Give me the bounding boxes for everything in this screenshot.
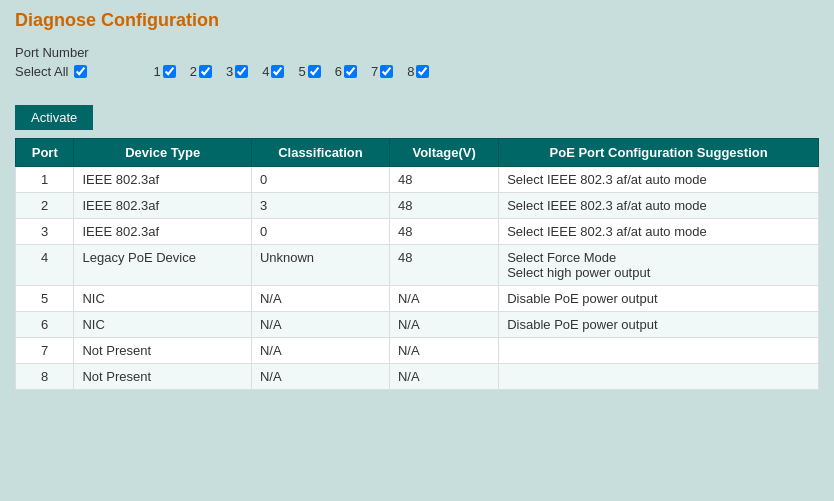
cell-port: 8 [16, 364, 74, 390]
cell-device-type: IEEE 802.3af [74, 193, 251, 219]
port-2-checkbox[interactable] [199, 65, 212, 78]
port-7-checkbox[interactable] [380, 65, 393, 78]
table-row: 5NICN/AN/ADisable PoE power output [16, 286, 819, 312]
cell-port: 1 [16, 167, 74, 193]
table-row: 3IEEE 802.3af048Select IEEE 802.3 af/at … [16, 219, 819, 245]
col-header-suggestion: PoE Port Configuration Suggestion [499, 139, 819, 167]
cell-suggestion [499, 364, 819, 390]
cell-classification: N/A [251, 312, 389, 338]
cell-classification: 0 [251, 167, 389, 193]
cell-voltage: 48 [389, 219, 498, 245]
cell-voltage: 48 [389, 167, 498, 193]
cell-classification: N/A [251, 338, 389, 364]
cell-suggestion: Select Force ModeSelect high power outpu… [499, 245, 819, 286]
port-7-label: 7 [371, 64, 378, 79]
port-1-label: 1 [153, 64, 160, 79]
port-3-item: 3 [226, 64, 248, 79]
cell-voltage: N/A [389, 286, 498, 312]
cell-suggestion: Disable PoE power output [499, 312, 819, 338]
cell-port: 4 [16, 245, 74, 286]
cell-suggestion: Disable PoE power output [499, 286, 819, 312]
table-row: 7Not PresentN/AN/A [16, 338, 819, 364]
table-row: 6NICN/AN/ADisable PoE power output [16, 312, 819, 338]
cell-classification: Unknown [251, 245, 389, 286]
cell-voltage: N/A [389, 312, 498, 338]
port-8-label: 8 [407, 64, 414, 79]
table-row: 4Legacy PoE DeviceUnknown48Select Force … [16, 245, 819, 286]
diagnose-table: Port Device Type Classification Voltage(… [15, 138, 819, 390]
port-6-checkbox[interactable] [344, 65, 357, 78]
port-4-item: 4 [262, 64, 284, 79]
cell-classification: 3 [251, 193, 389, 219]
col-header-voltage: Voltage(V) [389, 139, 498, 167]
port-3-label: 3 [226, 64, 233, 79]
port-1-item: 1 [153, 64, 175, 79]
cell-suggestion: Select IEEE 802.3 af/at auto mode [499, 219, 819, 245]
cell-suggestion: Select IEEE 802.3 af/at auto mode [499, 167, 819, 193]
cell-suggestion [499, 338, 819, 364]
page-title: Diagnose Configuration [15, 10, 819, 31]
cell-device-type: Not Present [74, 338, 251, 364]
cell-classification: N/A [251, 364, 389, 390]
cell-voltage: 48 [389, 245, 498, 286]
port-5-checkbox[interactable] [308, 65, 321, 78]
port-4-label: 4 [262, 64, 269, 79]
port-6-label: 6 [335, 64, 342, 79]
cell-port: 6 [16, 312, 74, 338]
port-2-label: 2 [190, 64, 197, 79]
cell-device-type: IEEE 802.3af [74, 167, 251, 193]
port-number-label: Port Number [15, 45, 819, 60]
port-4-checkbox[interactable] [271, 65, 284, 78]
port-6-item: 6 [335, 64, 357, 79]
cell-classification: N/A [251, 286, 389, 312]
cell-device-type: NIC [74, 312, 251, 338]
cell-classification: 0 [251, 219, 389, 245]
cell-device-type: IEEE 802.3af [74, 219, 251, 245]
port-8-checkbox[interactable] [416, 65, 429, 78]
cell-voltage: N/A [389, 338, 498, 364]
col-header-classification: Classification [251, 139, 389, 167]
port-7-item: 7 [371, 64, 393, 79]
cell-port: 5 [16, 286, 74, 312]
col-header-device-type: Device Type [74, 139, 251, 167]
port-1-checkbox[interactable] [163, 65, 176, 78]
port-2-item: 2 [190, 64, 212, 79]
cell-device-type: Not Present [74, 364, 251, 390]
cell-voltage: 48 [389, 193, 498, 219]
select-all-checkbox[interactable] [74, 65, 87, 78]
port-5-label: 5 [298, 64, 305, 79]
activate-button[interactable]: Activate [15, 105, 93, 130]
cell-suggestion: Select IEEE 802.3 af/at auto mode [499, 193, 819, 219]
port-checkboxes-container: 1 2 3 4 5 6 7 8 [153, 64, 443, 79]
cell-port: 7 [16, 338, 74, 364]
table-row: 1IEEE 802.3af048Select IEEE 802.3 af/at … [16, 167, 819, 193]
col-header-port: Port [16, 139, 74, 167]
cell-device-type: Legacy PoE Device [74, 245, 251, 286]
select-all-label: Select All [15, 64, 68, 79]
port-5-item: 5 [298, 64, 320, 79]
port-3-checkbox[interactable] [235, 65, 248, 78]
cell-port: 2 [16, 193, 74, 219]
table-row: 2IEEE 802.3af348Select IEEE 802.3 af/at … [16, 193, 819, 219]
cell-port: 3 [16, 219, 74, 245]
port-8-item: 8 [407, 64, 429, 79]
table-row: 8Not PresentN/AN/A [16, 364, 819, 390]
cell-device-type: NIC [74, 286, 251, 312]
cell-voltage: N/A [389, 364, 498, 390]
